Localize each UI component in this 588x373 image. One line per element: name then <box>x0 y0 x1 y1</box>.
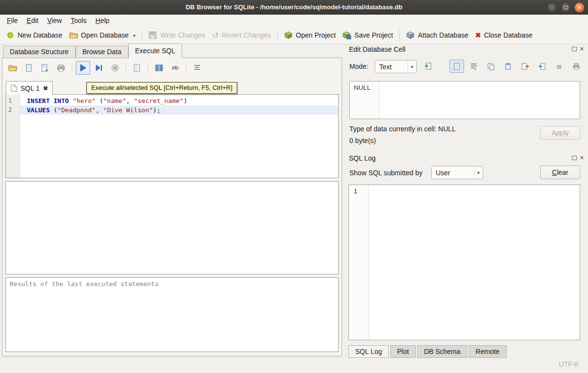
sql-tab-bar: SQL 1 ✖ <box>6 81 53 95</box>
open-database-dropdown-icon[interactable]: ▾ <box>133 33 136 40</box>
revert-changes-icon: ↺ <box>212 31 219 40</box>
sql-tab-label: SQL 1 <box>20 84 40 92</box>
mode-select[interactable]: Text ▾ <box>375 60 417 73</box>
toolbar-separator <box>186 62 186 73</box>
save-project-button[interactable]: Save Project <box>339 29 396 41</box>
clear-log-button[interactable]: Clear <box>540 166 580 179</box>
stop-execution-button <box>108 61 122 75</box>
close-database-button[interactable]: ✖ Close Database <box>472 29 536 41</box>
apply-button: Apply <box>540 126 580 140</box>
copy-icon <box>487 62 495 70</box>
execute-all-button[interactable] <box>76 61 90 75</box>
execute-tooltip: Execute all/selected SQL [Ctrl+Return, F… <box>86 82 237 94</box>
cell-type-info: Type of data currently in cell: NULL <box>349 125 456 133</box>
dock-tab-sql-log[interactable]: SQL Log <box>348 345 389 358</box>
log-line-number: 1 <box>349 185 368 195</box>
word-wrap-icon <box>470 62 478 70</box>
edit-cell-dock-controls: ✕ <box>572 46 584 51</box>
print-cell-icon <box>572 62 580 70</box>
export-button[interactable] <box>152 61 166 75</box>
sql-code: INSERT INTO "hero" ("name", "secret_name… <box>20 96 338 115</box>
find-replace-icon: ab <box>171 63 180 72</box>
import-cell-button[interactable] <box>535 60 549 73</box>
cell-editor[interactable]: NULL <box>349 81 580 119</box>
open-project-icon <box>284 31 293 40</box>
toolbar-separator <box>399 29 400 41</box>
execution-log[interactable]: Results of the last executed statements <box>5 277 339 352</box>
export-cell-icon <box>521 62 529 70</box>
toolbar-separator <box>277 29 278 41</box>
new-database-icon <box>6 31 15 40</box>
close-panel-icon[interactable]: ✕ <box>580 46 584 51</box>
close-panel-icon[interactable]: ✕ <box>580 155 584 160</box>
log-filter-select[interactable]: User ▾ <box>431 166 483 179</box>
text-view-icon <box>453 62 461 70</box>
paste-button[interactable] <box>501 60 515 73</box>
mode-value: Text <box>375 63 407 71</box>
dock-tab-db-schema[interactable]: DB Schema <box>417 345 467 358</box>
paste-icon <box>504 62 512 70</box>
save-results-button[interactable] <box>130 61 144 75</box>
write-changes-button: Write Changes <box>145 29 208 41</box>
sql-tab[interactable]: SQL 1 ✖ <box>6 81 53 95</box>
menu-edit[interactable]: Edit <box>22 16 43 25</box>
open-sql-file-button[interactable] <box>5 61 20 75</box>
copy-button[interactable] <box>484 60 498 73</box>
sql-log-title: SQL Log <box>349 154 376 162</box>
open-project-button[interactable]: Open Project <box>281 29 339 41</box>
sql-editor[interactable]: 1 2 INSERT INTO "hero" ("name", "secret_… <box>5 94 339 178</box>
open-sql-file-icon <box>8 63 17 72</box>
attach-database-button[interactable]: Attach Database <box>403 29 472 41</box>
dock-tab-remote[interactable]: Remote <box>469 345 507 358</box>
minimize-icon: − <box>550 5 553 11</box>
close-button[interactable]: ✕ <box>574 2 585 13</box>
sql-file-icon <box>11 84 17 92</box>
tab-database-structure[interactable]: Database Structure <box>3 46 76 58</box>
results-grid[interactable] <box>5 181 339 274</box>
new-database-button[interactable]: New Database <box>2 29 66 41</box>
import-text-button[interactable] <box>421 60 435 73</box>
save-results-icon <box>133 63 142 72</box>
titlebar[interactable]: DB Browser for SQLite - /home/user/code/… <box>0 0 588 15</box>
tab-execute-sql[interactable]: Execute SQL <box>128 43 182 58</box>
chevron-down-icon: ▾ <box>474 166 483 179</box>
sql-log-view[interactable]: 1 <box>348 185 580 340</box>
right-panel: Edit Database Cell ✕ Mode: Text ▾ <box>345 44 586 373</box>
save-sql-file-icon <box>24 63 33 72</box>
execute-line-icon <box>95 63 103 72</box>
maximize-button[interactable] <box>561 2 571 13</box>
float-panel-icon[interactable] <box>572 47 577 51</box>
save-sql-file-button[interactable] <box>21 61 36 75</box>
export-icon <box>155 63 163 72</box>
tab-browse-data[interactable]: Browse Data <box>76 46 128 58</box>
print-sql-button[interactable] <box>54 61 68 75</box>
menu-tools[interactable]: Tools <box>66 16 91 25</box>
save-sql-file-as-icon <box>41 63 49 72</box>
word-wrap-button[interactable] <box>466 60 481 73</box>
text-view-button[interactable] <box>449 60 464 73</box>
save-project-icon <box>343 31 351 40</box>
open-database-button[interactable]: Open Database ▾ <box>66 29 139 41</box>
menu-file[interactable]: File <box>2 16 22 25</box>
set-null-button[interactable] <box>552 60 567 73</box>
dock-tab-plot[interactable]: Plot <box>390 345 416 358</box>
find-replace-button[interactable]: ab <box>168 61 182 75</box>
minimize-button[interactable]: − <box>547 2 557 13</box>
sql-toolbar: ab <box>5 61 204 75</box>
bottom-dock-tabs: SQL Log Plot DB Schema Remote <box>348 345 507 358</box>
sql-tab-close-icon[interactable]: ✖ <box>43 85 48 92</box>
save-sql-file-as-button[interactable] <box>38 61 52 75</box>
export-cell-button[interactable] <box>518 60 532 73</box>
line-number: 2 <box>6 105 20 115</box>
menu-view[interactable]: View <box>43 16 66 25</box>
toolbar-separator <box>72 62 72 73</box>
log-filter-label: Show SQL submitted by <box>349 169 423 177</box>
execute-line-button[interactable] <box>92 61 106 75</box>
print-cell-button[interactable] <box>569 60 584 73</box>
format-sql-button[interactable] <box>190 61 204 75</box>
mode-label: Mode: <box>349 62 368 70</box>
import-text-icon <box>424 62 432 70</box>
window-title: DB Browser for SQLite - /home/user/code/… <box>0 0 588 15</box>
menu-help[interactable]: Help <box>91 16 114 25</box>
float-panel-icon[interactable] <box>572 156 577 160</box>
